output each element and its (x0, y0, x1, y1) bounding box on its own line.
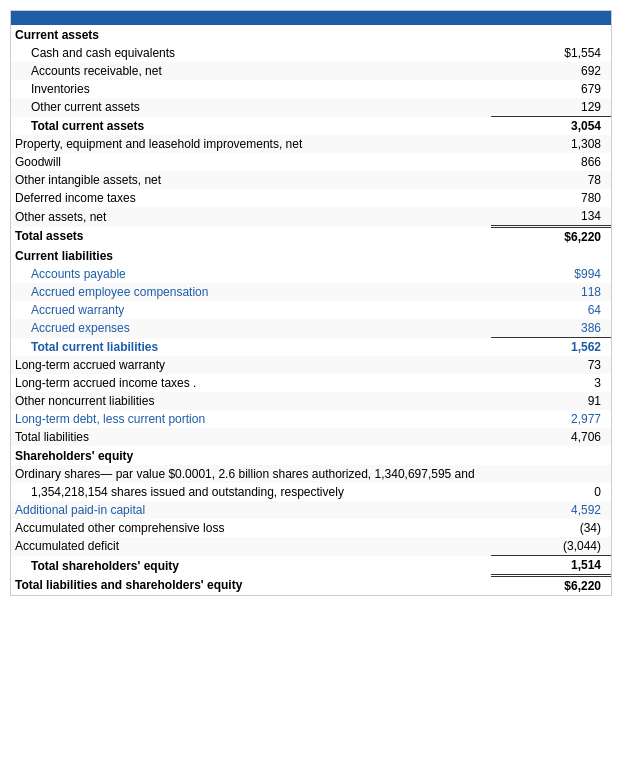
row-value: 134 (491, 207, 611, 227)
row-label: Accounts payable (11, 265, 491, 283)
balance-table: Current assetsCash and cash equivalents$… (11, 25, 611, 595)
table-row: Total current assets3,054 (11, 117, 611, 136)
row-label-continue: 1,354,218,154 shares issued and outstand… (11, 483, 491, 501)
table-row: Deferred income taxes780 (11, 189, 611, 207)
row-value (491, 446, 611, 465)
table-row: Accumulated deficit(3,044) (11, 537, 611, 556)
balance-sheet: Current assetsCash and cash equivalents$… (10, 10, 612, 596)
table-row: Other noncurrent liabilities91 (11, 392, 611, 410)
table-row: Other current assets129 (11, 98, 611, 117)
row-value: 1,514 (491, 556, 611, 576)
table-row: 1,354,218,154 shares issued and outstand… (11, 483, 611, 501)
table-row: Inventories679 (11, 80, 611, 98)
row-value: 4,706 (491, 428, 611, 446)
row-value: (34) (491, 519, 611, 537)
row-value: 73 (491, 356, 611, 374)
table-row: Total liabilities4,706 (11, 428, 611, 446)
row-value: $6,220 (491, 576, 611, 596)
row-label: Other current assets (11, 98, 491, 117)
row-label: Accounts receivable, net (11, 62, 491, 80)
table-row: Accounts payable$994 (11, 265, 611, 283)
table-row: Additional paid-in capital4,592 (11, 501, 611, 519)
row-value: 4,592 (491, 501, 611, 519)
row-label: Accrued employee compensation (11, 283, 491, 301)
row-label: Accumulated deficit (11, 537, 491, 556)
row-value: 679 (491, 80, 611, 98)
row-label: Deferred income taxes (11, 189, 491, 207)
table-row: Shareholders' equity (11, 446, 611, 465)
row-value: 3,054 (491, 117, 611, 136)
row-label: Inventories (11, 80, 491, 98)
table-row: Ordinary shares— par value $0.0001, 2.6 … (11, 465, 611, 483)
table-row: Current assets (11, 25, 611, 44)
row-label: Total liabilities and shareholders' equi… (11, 576, 491, 596)
row-label: Accumulated other comprehensive loss (11, 519, 491, 537)
row-value: 386 (491, 319, 611, 338)
table-row: Long-term debt, less current portion2,97… (11, 410, 611, 428)
row-label: Total current liabilities (11, 338, 491, 357)
row-label: Total liabilities (11, 428, 491, 446)
row-value: 91 (491, 392, 611, 410)
table-row: Total liabilities and shareholders' equi… (11, 576, 611, 596)
row-label: Ordinary shares— par value $0.0001, 2.6 … (11, 465, 611, 483)
row-value: 0 (491, 483, 611, 501)
table-row: Property, equipment and leasehold improv… (11, 135, 611, 153)
table-row: Accounts receivable, net692 (11, 62, 611, 80)
row-label: Shareholders' equity (11, 446, 491, 465)
row-label: Other intangible assets, net (11, 171, 491, 189)
table-row: Total assets$6,220 (11, 227, 611, 247)
row-label: Current assets (11, 25, 491, 44)
table-row: Accrued warranty64 (11, 301, 611, 319)
row-label: Long-term accrued warranty (11, 356, 491, 374)
row-label: Long-term debt, less current portion (11, 410, 491, 428)
row-value (491, 246, 611, 265)
row-label: Cash and cash equivalents (11, 44, 491, 62)
row-value: 2,977 (491, 410, 611, 428)
row-value: 1,562 (491, 338, 611, 357)
sheet-header (11, 11, 611, 25)
table-row: Long-term accrued income taxes .3 (11, 374, 611, 392)
row-value: 692 (491, 62, 611, 80)
table-row: Accrued expenses386 (11, 319, 611, 338)
row-label: Property, equipment and leasehold improv… (11, 135, 491, 153)
table-row: Accumulated other comprehensive loss(34) (11, 519, 611, 537)
row-label: Long-term accrued income taxes . (11, 374, 491, 392)
row-value: 780 (491, 189, 611, 207)
row-value: 118 (491, 283, 611, 301)
row-label: Total shareholders' equity (11, 556, 491, 576)
row-label: Total current assets (11, 117, 491, 136)
row-label: Other assets, net (11, 207, 491, 227)
row-value: 64 (491, 301, 611, 319)
row-label: Accrued warranty (11, 301, 491, 319)
row-value: $994 (491, 265, 611, 283)
table-row: Total current liabilities1,562 (11, 338, 611, 357)
table-row: Cash and cash equivalents$1,554 (11, 44, 611, 62)
row-value: (3,044) (491, 537, 611, 556)
row-label: Total assets (11, 227, 491, 247)
table-row: Accrued employee compensation118 (11, 283, 611, 301)
row-label: Goodwill (11, 153, 491, 171)
row-value: 78 (491, 171, 611, 189)
table-row: Current liabilities (11, 246, 611, 265)
row-label: Additional paid-in capital (11, 501, 491, 519)
table-row: Long-term accrued warranty73 (11, 356, 611, 374)
row-value: $1,554 (491, 44, 611, 62)
table-row: Other assets, net134 (11, 207, 611, 227)
row-label: Accrued expenses (11, 319, 491, 338)
row-label: Current liabilities (11, 246, 491, 265)
row-value: $6,220 (491, 227, 611, 247)
table-row: Other intangible assets, net78 (11, 171, 611, 189)
row-value: 129 (491, 98, 611, 117)
row-value: 1,308 (491, 135, 611, 153)
table-row: Goodwill866 (11, 153, 611, 171)
row-value (491, 25, 611, 44)
row-label: Other noncurrent liabilities (11, 392, 491, 410)
row-value: 866 (491, 153, 611, 171)
row-value: 3 (491, 374, 611, 392)
table-row: Total shareholders' equity1,514 (11, 556, 611, 576)
